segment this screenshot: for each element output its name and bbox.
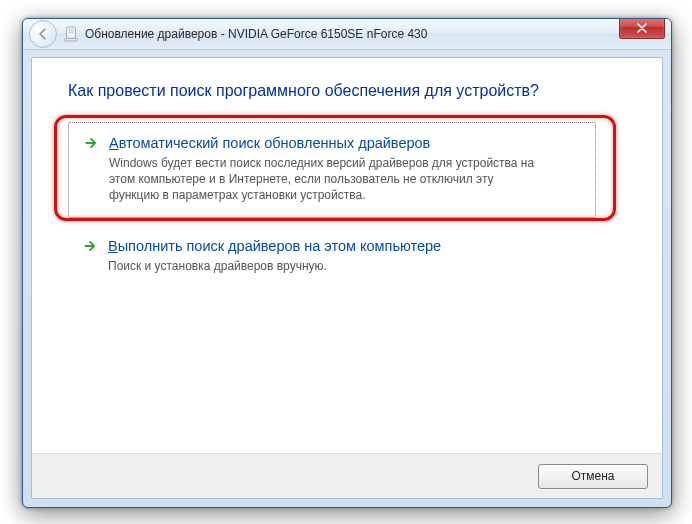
- svg-rect-1: [68, 29, 73, 31]
- footer: Отмена: [32, 453, 662, 498]
- close-icon: [637, 23, 647, 33]
- option-title: Автоматический поиск обновленных драйвер…: [109, 133, 581, 153]
- option-title: Выполнить поиск драйверов на этом компью…: [108, 236, 612, 256]
- titlebar: Обновление драйверов - NVIDIA GeForce 61…: [23, 19, 671, 50]
- svg-rect-3: [65, 38, 77, 41]
- arrow-right-icon: [82, 238, 98, 254]
- button-label: Отмена: [571, 469, 614, 483]
- arrow-right-icon: [83, 135, 99, 151]
- page-heading: Как провести поиск программного обеспече…: [68, 82, 626, 100]
- option-auto-search[interactable]: Автоматический поиск обновленных драйвер…: [68, 122, 596, 218]
- arrow-left-icon: [36, 27, 50, 41]
- client-area: Как провести поиск программного обеспече…: [31, 57, 663, 499]
- cancel-button[interactable]: Отмена: [538, 464, 648, 489]
- svg-rect-2: [68, 31, 73, 33]
- content-area: Как провести поиск программного обеспече…: [32, 58, 662, 454]
- device-icon: [63, 26, 79, 42]
- option-description: Windows будет вести поиск последних верс…: [109, 155, 539, 203]
- window-title: Обновление драйверов - NVIDIA GeForce 61…: [85, 27, 427, 41]
- back-button[interactable]: [29, 20, 57, 48]
- option-description: Поиск и установка драйверов вручную.: [108, 258, 538, 274]
- driver-update-wizard-window: Обновление драйверов - NVIDIA GeForce 61…: [22, 18, 672, 508]
- close-button[interactable]: [619, 18, 665, 39]
- option-manual-search[interactable]: Выполнить поиск драйверов на этом компью…: [68, 226, 626, 288]
